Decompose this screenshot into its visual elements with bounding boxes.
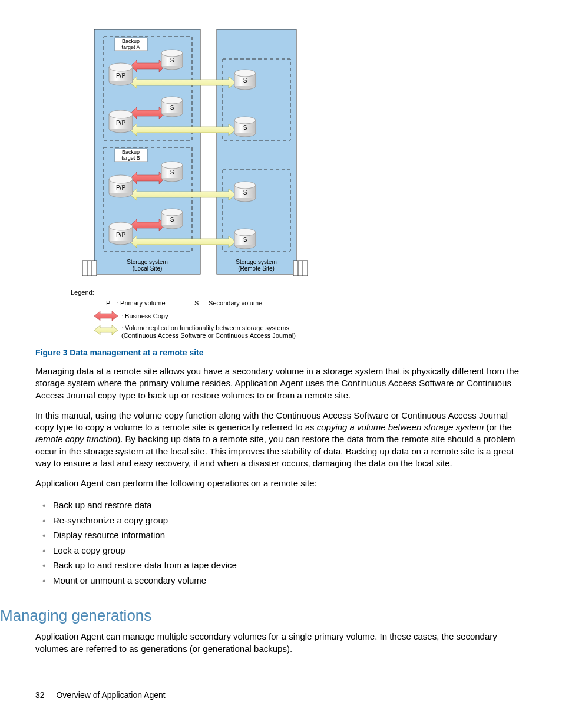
section-heading: Managing generations [0, 607, 527, 625]
page-number: 32 [35, 690, 45, 700]
list-item: Lock a copy group [53, 543, 527, 558]
backup-target-a-label: Backuptarget A [121, 38, 140, 50]
page-footer: 32 Overview of Application Agent [35, 690, 527, 700]
svg-point-46 [109, 222, 133, 230]
svg-text:P: P [106, 299, 110, 307]
remote-site-caption: Storage system(Remote Site) [236, 259, 276, 272]
svg-point-42 [234, 182, 256, 189]
svg-point-38 [161, 162, 183, 169]
svg-point-34 [109, 175, 133, 183]
svg-text:P/P: P/P [116, 73, 125, 79]
svg-point-14 [161, 50, 183, 57]
svg-text:S: S [170, 104, 174, 111]
svg-text:S: S [243, 124, 247, 131]
figure-caption: Figure 3 Data management at a remote sit… [35, 348, 527, 357]
list-item: Re-synchronize a copy group [53, 513, 527, 528]
svg-point-50 [161, 209, 183, 216]
storage-diagram-svg: Backuptarget A Backuptarget B P/P [71, 29, 401, 342]
svg-text:S: S [170, 57, 174, 64]
svg-point-22 [109, 110, 133, 118]
local-array-icon [82, 261, 97, 276]
svg-text:S: S [243, 77, 247, 84]
svg-point-54 [234, 229, 256, 236]
svg-point-26 [161, 97, 183, 104]
list-item: Display resource information [53, 528, 527, 543]
legend-yellow-arrow-icon [94, 325, 118, 335]
figure-3-diagram: Backuptarget A Backuptarget B P/P [71, 29, 527, 342]
page-content: Backuptarget A Backuptarget B P/P [0, 0, 562, 723]
svg-text:S: S [194, 299, 199, 307]
svg-text:: Business Copy: : Business Copy [121, 312, 168, 319]
svg-point-10 [109, 63, 133, 71]
paragraph-2: In this manual, using the volume copy fu… [35, 410, 527, 469]
svg-rect-59 [293, 261, 308, 276]
svg-text:P/P: P/P [116, 185, 125, 191]
list-item: Back up to and restore data from a tape … [53, 558, 527, 573]
svg-text:(Continuous Access Software or: (Continuous Access Software or Continuou… [121, 332, 296, 339]
footer-title: Overview of Application Agent [56, 690, 165, 700]
local-site-caption: Storage system(Local Site) [127, 259, 167, 272]
svg-point-18 [234, 70, 256, 77]
svg-text:S: S [170, 216, 174, 223]
paragraph-1: Managing data at a remote site allows yo… [35, 365, 527, 401]
backup-target-b-label: Backuptarget B [121, 149, 140, 161]
legend-red-arrow-icon [94, 311, 118, 321]
svg-text:P/P: P/P [116, 232, 125, 238]
list-item: Mount or unmount a secondary volume [53, 573, 527, 588]
svg-text:S: S [170, 169, 174, 176]
paragraph-3: Application Agent can perform the follow… [35, 477, 527, 489]
svg-text:S: S [243, 189, 247, 196]
svg-text:: Secondary volume: : Secondary volume [205, 299, 262, 307]
svg-text:S: S [243, 236, 247, 243]
svg-point-30 [234, 117, 256, 124]
remote-array-icon [293, 261, 308, 276]
operations-list: Back up and restore data Re-synchronize … [35, 498, 527, 588]
svg-text:: Volume replication functiona: : Volume replication functionality betwe… [121, 324, 289, 331]
svg-text:P/P: P/P [116, 120, 125, 126]
svg-rect-56 [82, 261, 97, 276]
paragraph-4: Application Agent can manage multiple se… [35, 631, 527, 655]
svg-text:: Primary volume: : Primary volume [117, 299, 166, 307]
list-item: Back up and restore data [53, 498, 527, 513]
legend-title: Legend: [71, 289, 94, 296]
